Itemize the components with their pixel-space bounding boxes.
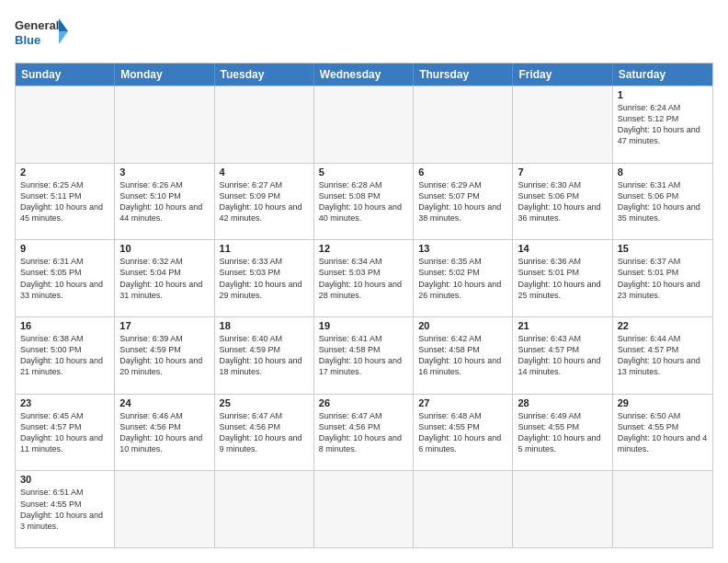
weekday-header: Sunday bbox=[16, 63, 115, 86]
calendar-cell bbox=[215, 86, 314, 163]
day-number: 26 bbox=[319, 397, 408, 408]
day-info: Sunrise: 6:31 AM Sunset: 5:06 PM Dayligh… bbox=[618, 179, 708, 224]
calendar-cell bbox=[414, 471, 513, 547]
day-info: Sunrise: 6:25 AM Sunset: 5:11 PM Dayligh… bbox=[20, 179, 109, 224]
calendar: SundayMondayTuesdayWednesdayThursdayFrid… bbox=[15, 63, 713, 548]
day-info: Sunrise: 6:36 AM Sunset: 5:01 PM Dayligh… bbox=[518, 256, 607, 301]
calendar-cell: 5Sunrise: 6:28 AM Sunset: 5:08 PM Daylig… bbox=[314, 164, 414, 240]
day-number: 15 bbox=[618, 243, 708, 254]
calendar-cell: 1Sunrise: 6:24 AM Sunset: 5:12 PM Daylig… bbox=[613, 86, 712, 163]
calendar-cell: 19Sunrise: 6:41 AM Sunset: 4:58 PM Dayli… bbox=[314, 317, 414, 394]
day-info: Sunrise: 6:46 AM Sunset: 4:56 PM Dayligh… bbox=[119, 410, 209, 455]
calendar-row: 30Sunrise: 6:51 AM Sunset: 4:55 PM Dayli… bbox=[16, 470, 712, 547]
calendar-body: 1Sunrise: 6:24 AM Sunset: 5:12 PM Daylig… bbox=[16, 86, 712, 547]
logo: General Blue bbox=[15, 15, 70, 53]
day-number: 12 bbox=[319, 243, 408, 254]
calendar-cell bbox=[115, 86, 214, 163]
day-number: 2 bbox=[20, 167, 109, 178]
day-info: Sunrise: 6:47 AM Sunset: 4:56 PM Dayligh… bbox=[220, 410, 309, 455]
day-info: Sunrise: 6:28 AM Sunset: 5:08 PM Dayligh… bbox=[319, 179, 408, 224]
day-info: Sunrise: 6:39 AM Sunset: 4:59 PM Dayligh… bbox=[119, 333, 209, 378]
day-info: Sunrise: 6:27 AM Sunset: 5:09 PM Dayligh… bbox=[220, 179, 309, 224]
day-info: Sunrise: 6:30 AM Sunset: 5:06 PM Dayligh… bbox=[518, 179, 607, 224]
day-number: 1 bbox=[618, 89, 708, 100]
day-number: 16 bbox=[20, 320, 109, 331]
calendar-cell: 24Sunrise: 6:46 AM Sunset: 4:56 PM Dayli… bbox=[115, 395, 214, 471]
calendar-cell: 21Sunrise: 6:43 AM Sunset: 4:57 PM Dayli… bbox=[513, 317, 612, 394]
svg-marker-2 bbox=[59, 18, 68, 31]
weekday-header: Wednesday bbox=[314, 63, 414, 86]
calendar-cell: 4Sunrise: 6:27 AM Sunset: 5:09 PM Daylig… bbox=[215, 164, 314, 240]
calendar-cell bbox=[115, 471, 214, 547]
day-info: Sunrise: 6:35 AM Sunset: 5:02 PM Dayligh… bbox=[418, 256, 507, 301]
weekday-header: Monday bbox=[115, 63, 214, 86]
day-number: 8 bbox=[618, 167, 708, 178]
day-info: Sunrise: 6:33 AM Sunset: 5:03 PM Dayligh… bbox=[220, 256, 309, 301]
calendar-cell: 23Sunrise: 6:45 AM Sunset: 4:57 PM Dayli… bbox=[16, 395, 115, 471]
day-info: Sunrise: 6:32 AM Sunset: 5:04 PM Dayligh… bbox=[119, 256, 209, 301]
day-info: Sunrise: 6:49 AM Sunset: 4:55 PM Dayligh… bbox=[518, 410, 607, 455]
calendar-cell: 3Sunrise: 6:26 AM Sunset: 5:10 PM Daylig… bbox=[115, 164, 214, 240]
day-info: Sunrise: 6:29 AM Sunset: 5:07 PM Dayligh… bbox=[418, 179, 507, 224]
calendar-cell: 13Sunrise: 6:35 AM Sunset: 5:02 PM Dayli… bbox=[414, 240, 513, 316]
day-info: Sunrise: 6:45 AM Sunset: 4:57 PM Dayligh… bbox=[20, 410, 109, 455]
calendar-cell bbox=[513, 86, 612, 163]
calendar-cell bbox=[215, 471, 314, 547]
day-number: 13 bbox=[418, 243, 507, 254]
day-number: 14 bbox=[518, 243, 607, 254]
day-info: Sunrise: 6:44 AM Sunset: 4:57 PM Dayligh… bbox=[618, 333, 708, 378]
calendar-cell: 11Sunrise: 6:33 AM Sunset: 5:03 PM Dayli… bbox=[215, 240, 314, 316]
calendar-cell: 9Sunrise: 6:31 AM Sunset: 5:05 PM Daylig… bbox=[16, 240, 115, 316]
day-info: Sunrise: 6:47 AM Sunset: 4:56 PM Dayligh… bbox=[319, 410, 408, 455]
weekday-header: Thursday bbox=[414, 63, 513, 86]
weekday-header: Saturday bbox=[613, 63, 712, 86]
day-info: Sunrise: 6:40 AM Sunset: 4:59 PM Dayligh… bbox=[220, 333, 309, 378]
day-info: Sunrise: 6:26 AM Sunset: 5:10 PM Dayligh… bbox=[119, 179, 209, 224]
day-number: 10 bbox=[119, 243, 209, 254]
calendar-cell: 14Sunrise: 6:36 AM Sunset: 5:01 PM Dayli… bbox=[513, 240, 612, 316]
calendar-cell: 18Sunrise: 6:40 AM Sunset: 4:59 PM Dayli… bbox=[215, 317, 314, 394]
day-number: 30 bbox=[20, 474, 109, 485]
day-number: 18 bbox=[220, 320, 309, 331]
calendar-row: 2Sunrise: 6:25 AM Sunset: 5:11 PM Daylig… bbox=[16, 163, 712, 240]
calendar-cell bbox=[513, 471, 612, 547]
calendar-cell: 8Sunrise: 6:31 AM Sunset: 5:06 PM Daylig… bbox=[613, 164, 712, 240]
day-number: 22 bbox=[618, 320, 708, 331]
svg-text:Blue: Blue bbox=[15, 33, 40, 47]
weekday-header: Friday bbox=[513, 63, 612, 86]
day-info: Sunrise: 6:31 AM Sunset: 5:05 PM Dayligh… bbox=[20, 256, 109, 301]
calendar-cell: 6Sunrise: 6:29 AM Sunset: 5:07 PM Daylig… bbox=[414, 164, 513, 240]
calendar-cell: 2Sunrise: 6:25 AM Sunset: 5:11 PM Daylig… bbox=[16, 164, 115, 240]
day-number: 17 bbox=[119, 320, 209, 331]
day-info: Sunrise: 6:38 AM Sunset: 5:00 PM Dayligh… bbox=[20, 333, 109, 378]
calendar-row: 23Sunrise: 6:45 AM Sunset: 4:57 PM Dayli… bbox=[16, 394, 712, 471]
svg-text:General: General bbox=[15, 18, 59, 32]
calendar-cell: 12Sunrise: 6:34 AM Sunset: 5:03 PM Dayli… bbox=[314, 240, 414, 316]
day-number: 11 bbox=[220, 243, 309, 254]
day-number: 21 bbox=[518, 320, 607, 331]
day-number: 27 bbox=[418, 397, 507, 408]
day-number: 3 bbox=[119, 167, 209, 178]
calendar-cell: 7Sunrise: 6:30 AM Sunset: 5:06 PM Daylig… bbox=[513, 164, 612, 240]
calendar-cell: 28Sunrise: 6:49 AM Sunset: 4:55 PM Dayli… bbox=[513, 395, 612, 471]
calendar-cell bbox=[414, 86, 513, 163]
calendar-row: 1Sunrise: 6:24 AM Sunset: 5:12 PM Daylig… bbox=[16, 86, 712, 163]
day-number: 6 bbox=[418, 167, 507, 178]
page: General Blue SundayMondayTuesdayWednesda… bbox=[0, 0, 728, 563]
day-number: 24 bbox=[119, 397, 209, 408]
day-info: Sunrise: 6:50 AM Sunset: 4:55 PM Dayligh… bbox=[618, 410, 708, 455]
day-number: 5 bbox=[319, 167, 408, 178]
calendar-cell: 17Sunrise: 6:39 AM Sunset: 4:59 PM Dayli… bbox=[115, 317, 214, 394]
day-number: 25 bbox=[220, 397, 309, 408]
day-number: 29 bbox=[618, 397, 708, 408]
day-number: 9 bbox=[20, 243, 109, 254]
calendar-cell: 20Sunrise: 6:42 AM Sunset: 4:58 PM Dayli… bbox=[414, 317, 513, 394]
calendar-cell bbox=[613, 471, 712, 547]
day-info: Sunrise: 6:41 AM Sunset: 4:58 PM Dayligh… bbox=[319, 333, 408, 378]
calendar-cell: 16Sunrise: 6:38 AM Sunset: 5:00 PM Dayli… bbox=[16, 317, 115, 394]
day-number: 20 bbox=[418, 320, 507, 331]
calendar-cell: 10Sunrise: 6:32 AM Sunset: 5:04 PM Dayli… bbox=[115, 240, 214, 316]
day-info: Sunrise: 6:48 AM Sunset: 4:55 PM Dayligh… bbox=[418, 410, 507, 455]
calendar-cell bbox=[314, 471, 414, 547]
day-info: Sunrise: 6:51 AM Sunset: 4:55 PM Dayligh… bbox=[20, 487, 109, 532]
